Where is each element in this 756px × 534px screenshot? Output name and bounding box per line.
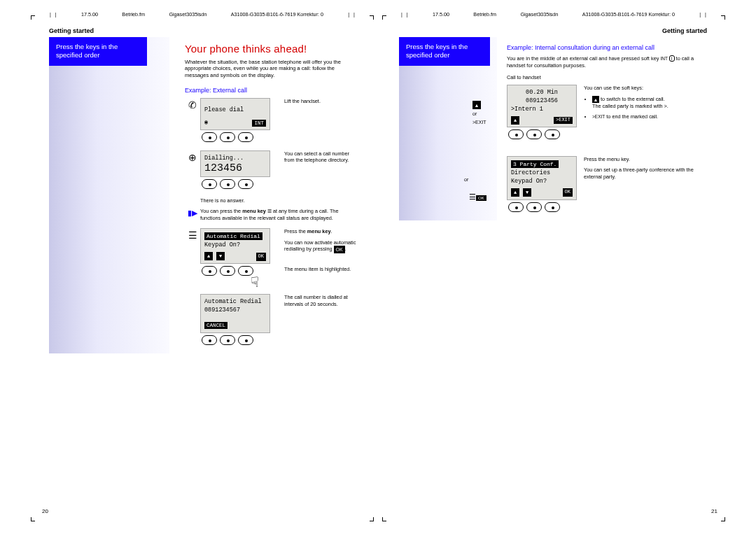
meta-row: | | 17.5.00 Betrieb.fm Gigaset3035isdn A… [399, 11, 735, 17]
screen-redial-interval: Automatic Redial 0891234567 CANCEL [200, 294, 270, 333]
header-left: Getting started [49, 27, 357, 34]
screen-dialling: Dialling... 123456 [200, 150, 270, 177]
meta-c: Gigaset3035isdn [169, 11, 206, 17]
softkeys-icon [508, 129, 577, 141]
softkeys-icon [202, 335, 277, 346]
meta-c: Gigaset3035isdn [520, 11, 558, 17]
example-title-right: Example: Internal consultation during an… [507, 44, 707, 51]
example-title: Example: External call [185, 87, 357, 94]
screen-please-dial: Please dial ◉ INT [200, 98, 270, 130]
softkeys-icon [202, 179, 277, 190]
intro-text: Whatever the situation, the base station… [185, 59, 357, 78]
screen-auto-redial: Automatic Redial Keypad On? OK [200, 228, 270, 264]
screen-call-timer: 00.20 Min 089123456 >Intern 1 >EXIT [507, 85, 577, 127]
step-3: ☰ Automatic Redial Keypad On? OK [185, 228, 357, 287]
finger-icon: ☟ [251, 277, 277, 287]
meta-b: Betrieb.fm [122, 11, 145, 17]
meta-b: Betrieb.fm [473, 11, 496, 17]
step2-desc: You can select a call number from the te… [277, 150, 357, 190]
page-number: 20 [42, 508, 48, 514]
step-4: Automatic Redial 0891234567 CANCEL The c… [185, 294, 357, 346]
left-gradient-col: Press the keys in the specified order [49, 37, 169, 353]
screen-3party: 3 Party Conf. Directories Keypad On? OK [507, 156, 577, 200]
page-left: | | 17.5.00 Betrieb.fm Gigaset3035isdn A… [0, 0, 378, 534]
page-right: | | 17.5.00 Betrieb.fm Gigaset3035isdn A… [378, 0, 756, 534]
header-right: Getting started [399, 27, 707, 34]
directory-icon: ⊕ [185, 150, 200, 190]
step-1: ✆ Please dial ◉ INT [185, 98, 357, 143]
info-note: ▮▶ You can press the menu key ☰ at any t… [185, 208, 357, 221]
call-to-handset: Call to handset [507, 74, 707, 80]
no-answer-text: There is no answer. [200, 197, 357, 204]
meta-d: A31008-G3035-B101-6-7619 Korrektur: 0 [231, 11, 323, 17]
menu-icon: ☰ [185, 228, 200, 287]
meta-row: | | 17.5.00 Betrieb.fm Gigaset3035isdn A… [21, 11, 357, 17]
meta-a: 17.5.00 [81, 11, 98, 17]
softkeys-icon [202, 266, 277, 277]
blue-instruction-box: Press the keys in the specified order [399, 37, 490, 66]
softkeys-icon [202, 132, 277, 143]
step1-desc: Lift the handset. [277, 98, 357, 143]
step-2: ⊕ Dialling... 123456 You can select a ca… [185, 150, 357, 190]
step4-desc: The call number is dialled at intervals … [277, 294, 357, 346]
step-r1: 00.20 Min 089123456 >Intern 1 >EXIT [507, 85, 707, 141]
arrow-icon: ▮▶ [185, 208, 200, 221]
page-number: 21 [711, 508, 718, 514]
page-title: Your phone thinks ahead! [185, 43, 357, 55]
blue-instruction-box: Press the keys in the specified order [49, 37, 147, 66]
meta-a: 17.5.00 [433, 11, 449, 17]
right-gradient-col: Press the keys in the specified order or… [399, 37, 497, 220]
step-r2: 3 Party Conf. Directories Keypad On? OK [507, 156, 707, 213]
handset-icon: ✆ [185, 98, 200, 143]
softkeys-icon [508, 202, 577, 213]
meta-d: A31008-G3035-B101-6-7619 Korrektur: 0 [582, 11, 675, 17]
